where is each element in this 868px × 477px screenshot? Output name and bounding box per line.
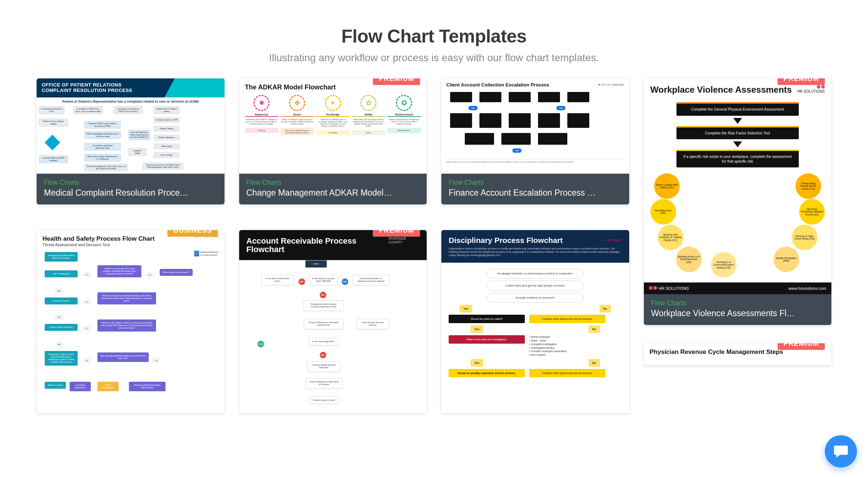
template-caption: Flow Charts Finance Account Escalation P… bbox=[441, 174, 629, 204]
thumb-body: An alleged behavior or performance probl… bbox=[441, 263, 629, 409]
grid-col-2: PREMIUM The ADKAR Model Flowchart ✺Aware… bbox=[239, 78, 427, 413]
template-category: Flow Charts bbox=[44, 179, 217, 186]
template-category: Flow Charts bbox=[449, 179, 622, 186]
template-thumb: The ADKAR Model Flowchart ✺AwarenessAwar… bbox=[239, 78, 427, 174]
template-caption: Flow Charts Medical Complaint Resolution… bbox=[37, 174, 225, 204]
template-card-medical-complaint[interactable]: OFFICE OF PATIENT RELATIONSCOMPLAINT RES… bbox=[37, 78, 225, 204]
template-category: Flow Charts bbox=[246, 179, 420, 186]
thumb-body: Client Is the client Government sector N… bbox=[239, 260, 427, 410]
thumb-title: Disciplinary Process Flowchart bbox=[449, 236, 563, 245]
template-card-health-safety[interactable]: BUSINESS Health and Safety Process Flow … bbox=[37, 230, 225, 413]
template-thumb: Disciplinary Process Flowchart ✦ JDFUNDS… bbox=[441, 230, 629, 413]
thumb-steps: Complete the General Physical Environmen… bbox=[650, 102, 825, 167]
premium-badge: PREMIUM bbox=[778, 343, 825, 350]
template-thumb: Client Account Collection Escalation Pro… bbox=[441, 78, 629, 174]
page-subtitle: Illustrating any workflow or process is … bbox=[0, 52, 868, 64]
thumb-body: Complaint received by PCA Complaint in E… bbox=[37, 104, 225, 170]
thumb-ring: Direct Contact with Clients (CC) Handlin… bbox=[650, 173, 825, 276]
template-title: Medical Complaint Resolution Proce… bbox=[44, 188, 217, 198]
premium-badge: PREMIUM bbox=[778, 78, 825, 85]
chat-icon bbox=[833, 443, 849, 459]
thumb-brand: HR SOLUTIONS bbox=[797, 85, 825, 93]
chat-launcher-button[interactable] bbox=[825, 435, 857, 467]
premium-badge: PREMIUM bbox=[373, 78, 420, 85]
thumb-title: Client Account Collection Escalation Pro… bbox=[446, 82, 549, 88]
thumb-subtext: Patient or Patient's Representative has … bbox=[37, 97, 225, 104]
template-category: Flow Charts bbox=[651, 299, 824, 307]
template-title: Change Management ADKAR Model… bbox=[246, 188, 420, 198]
template-card-workplace-violence[interactable]: PREMIUM Workplace Violence Assessments H… bbox=[644, 78, 832, 325]
page-title: Flow Chart Templates bbox=[0, 26, 868, 47]
premium-badge: PREMIUM bbox=[373, 230, 420, 237]
thumb-body: Emergency/Identified Initial Size-Up Com… bbox=[42, 250, 219, 404]
grid-col-4: PREMIUM Workplace Violence Assessments H… bbox=[644, 78, 832, 365]
template-card-physician-revenue[interactable]: PREMIUM Physician Revenue Cycle Manageme… bbox=[644, 343, 832, 365]
template-card-account-receivable[interactable]: PREMIUM Account Receivable Process Flowc… bbox=[239, 230, 427, 413]
business-badge: BUSINESS bbox=[167, 230, 218, 237]
thumb-heading-2: COMPLAINT RESOLUTION PROCESS bbox=[42, 88, 132, 93]
page-header: Flow Chart Templates Illustrating any wo… bbox=[0, 0, 868, 78]
thumb-body: step step final Please keep this print f… bbox=[446, 90, 624, 163]
thumb-brand: RIVERSIDE COUNTY bbox=[389, 237, 419, 244]
thumb-brand: CITY OF SIMERISE bbox=[601, 84, 624, 86]
template-caption: Flow Charts Change Management ADKAR Mode… bbox=[239, 174, 427, 204]
template-title: Finance Account Escalation Process … bbox=[449, 188, 622, 198]
thumb-heading-1: OFFICE OF PATIENT RELATIONS bbox=[42, 82, 122, 88]
thumb-title: Account Receivable Process Flowchart bbox=[246, 237, 389, 254]
adkar-row: ✺AwarenessAwareness of the need for chan… bbox=[245, 95, 421, 135]
template-grid: OFFICE OF PATIENT RELATIONSCOMPLAINT RES… bbox=[0, 78, 868, 413]
thumb-subtitle: Threat Assessment and Decision Tool bbox=[42, 243, 219, 247]
template-thumb: Health and Safety Process Flow Chart Thr… bbox=[37, 230, 225, 413]
thumb-brand: JDFUNDS bbox=[607, 239, 622, 242]
template-title: Workplace Violence Assessments Fl… bbox=[651, 308, 824, 318]
thumb-intro: Organizations follow a disciplinary proc… bbox=[449, 247, 622, 257]
grid-col-1: OFFICE OF PATIENT RELATIONSCOMPLAINT RES… bbox=[37, 78, 225, 413]
template-card-adkar[interactable]: PREMIUM The ADKAR Model Flowchart ✺Aware… bbox=[239, 78, 427, 204]
template-thumb: Account Receivable Process FlowchartRIVE… bbox=[239, 230, 427, 413]
grid-col-3: Client Account Collection Escalation Pro… bbox=[441, 78, 629, 413]
template-card-disciplinary[interactable]: Disciplinary Process Flowchart ✦ JDFUNDS… bbox=[441, 230, 629, 413]
template-card-finance-escalation[interactable]: Client Account Collection Escalation Pro… bbox=[441, 78, 629, 204]
template-thumb: OFFICE OF PATIENT RELATIONSCOMPLAINT RES… bbox=[37, 78, 225, 174]
thumb-footer: HR SOLUTIONS www.hrsolutions.com bbox=[644, 282, 832, 294]
thumb-title: Workplace Violence Assessments bbox=[650, 85, 792, 94]
template-thumb: Workplace Violence Assessments HR SOLUTI… bbox=[644, 78, 832, 294]
template-caption: Flow Charts Workplace Violence Assessmen… bbox=[644, 294, 832, 325]
